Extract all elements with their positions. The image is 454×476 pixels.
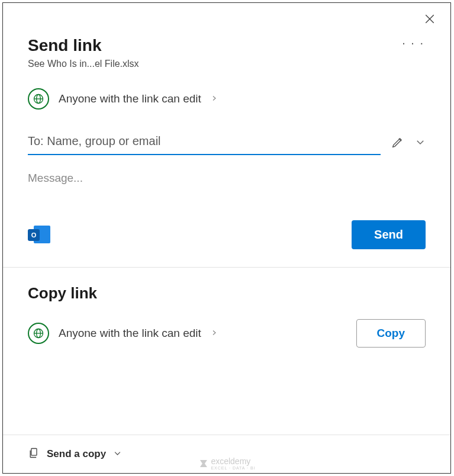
share-dialog: Send link See Who Is in...el File.xlsx ·… bbox=[2, 2, 451, 474]
close-icon bbox=[424, 14, 435, 24]
svg-rect-9 bbox=[31, 449, 37, 456]
chevron-right-icon bbox=[211, 94, 218, 104]
permission-dropdown-button[interactable] bbox=[415, 137, 426, 150]
more-options-button[interactable]: · · · bbox=[402, 36, 426, 50]
edit-permissions-button[interactable] bbox=[391, 136, 404, 151]
filename-label: See Who Is in...el File.xlsx bbox=[28, 59, 139, 69]
message-input[interactable] bbox=[28, 172, 426, 213]
chevron-right-icon bbox=[211, 328, 218, 339]
globe-icon bbox=[28, 323, 49, 344]
globe-icon bbox=[28, 88, 49, 110]
copy-row: Anyone with the link can edit Copy bbox=[28, 319, 426, 348]
copy-link-section: Copy link Anyone with the link can edit bbox=[3, 268, 450, 370]
close-bar bbox=[3, 3, 450, 25]
send-row: O Send bbox=[3, 220, 450, 267]
copy-permission-button[interactable]: Anyone with the link can edit bbox=[28, 323, 218, 344]
copy-file-icon bbox=[28, 447, 40, 461]
recipient-row bbox=[28, 131, 426, 155]
copy-permission-text: Anyone with the link can edit bbox=[59, 327, 201, 340]
send-button[interactable]: Send bbox=[352, 220, 426, 249]
copy-link-title: Copy link bbox=[28, 284, 426, 303]
dialog-title: Send link bbox=[28, 36, 139, 55]
send-link-section: Send link See Who Is in...el File.xlsx ·… bbox=[3, 25, 450, 216]
outlook-icon: O bbox=[28, 223, 51, 247]
permission-text: Anyone with the link can edit bbox=[59, 92, 201, 105]
chevron-down-icon bbox=[113, 449, 122, 460]
close-button[interactable] bbox=[424, 14, 436, 25]
copy-button[interactable]: Copy bbox=[356, 319, 426, 348]
send-copy-button[interactable]: Send a copy bbox=[47, 448, 106, 460]
link-permission-button[interactable]: Anyone with the link can edit bbox=[28, 88, 426, 110]
footer: Send a copy bbox=[3, 435, 450, 473]
recipient-input[interactable] bbox=[28, 131, 381, 155]
